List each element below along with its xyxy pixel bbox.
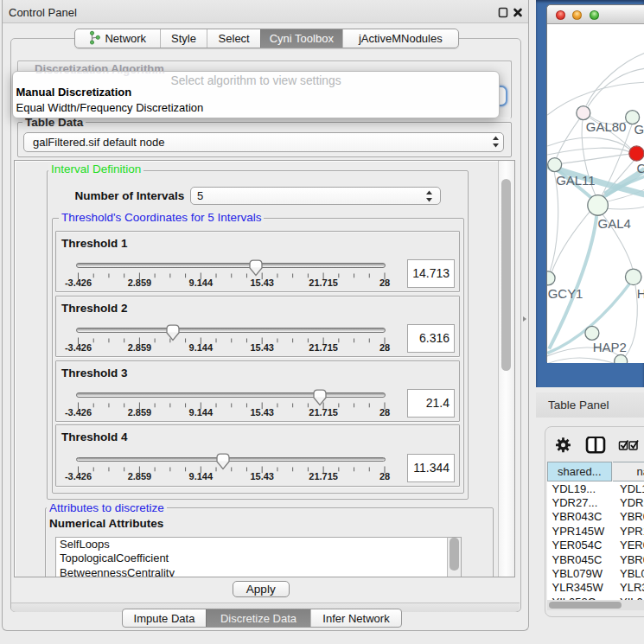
svg-text:GCY1: GCY1 xyxy=(548,286,583,301)
svg-text:GAL80: GAL80 xyxy=(586,119,627,134)
svg-text:GAL4: GAL4 xyxy=(598,216,631,231)
svg-text:GAL11: GAL11 xyxy=(556,173,596,188)
svg-text:HAP2: HAP2 xyxy=(593,340,627,354)
svg-text:GAL: GAL xyxy=(634,122,644,137)
svg-text:CRP: CRP xyxy=(637,161,644,175)
svg-text:HO: HO xyxy=(637,286,644,301)
